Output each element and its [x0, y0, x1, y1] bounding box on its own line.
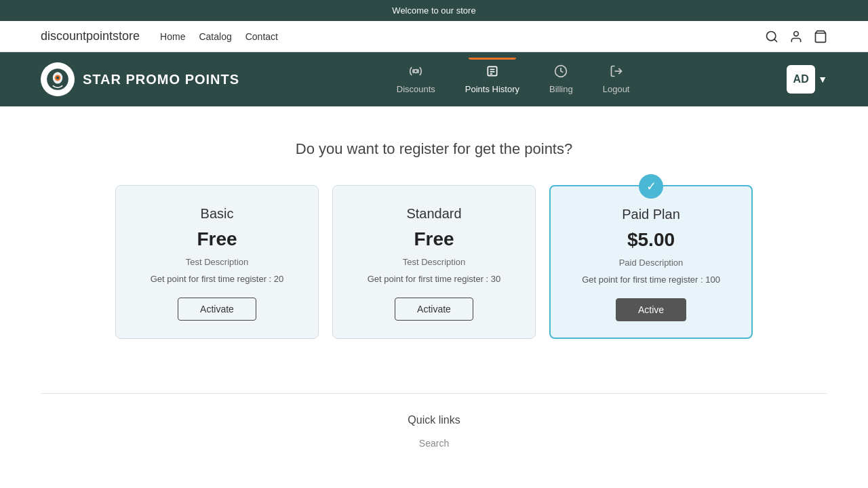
svg-point-8: [414, 70, 418, 73]
discounts-icon: [409, 64, 422, 81]
standard-plan-price: Free: [414, 228, 454, 250]
points-history-label: Points History: [465, 84, 519, 94]
section-title: Do you want to register for get the poin…: [41, 140, 827, 158]
nav-points-history[interactable]: Points History: [453, 59, 532, 100]
store-nav-icons: [765, 30, 827, 43]
standard-plan-desc: Test Description: [403, 257, 465, 267]
standard-plan-points: Get point for first time register : 30: [368, 274, 501, 284]
paid-plan-points: Get point for first time register : 100: [582, 274, 720, 285]
nav-billing[interactable]: Billing: [537, 59, 585, 100]
plan-card-paid: ✓ Paid Plan $5.00 Paid Description Get p…: [549, 185, 753, 339]
basic-plan-price: Free: [197, 228, 237, 250]
quick-links-title: Quick links: [41, 414, 827, 426]
store-logo[interactable]: discountpointstore: [41, 29, 140, 43]
avatar-dropdown-chevron[interactable]: ▼: [818, 74, 827, 85]
app-brand-name: STAR PROMO POINTS: [83, 72, 239, 87]
paid-active-button[interactable]: Active: [616, 298, 686, 321]
app-nav-right: AD ▼: [787, 65, 827, 94]
store-nav: discountpointstore Home Catalog Contact: [0, 21, 868, 52]
account-icon[interactable]: [789, 30, 803, 43]
basic-plan-name: Basic: [201, 206, 234, 222]
app-brand: STAR PROMO POINTS: [41, 62, 239, 96]
points-history-icon: [486, 64, 499, 81]
store-nav-links: Home Catalog Contact: [160, 31, 278, 42]
basic-plan-points: Get point for first time register : 20: [151, 274, 284, 284]
app-nav-items: Discounts Points History Billing: [384, 59, 642, 100]
main-content: Do you want to register for get the poin…: [0, 106, 868, 393]
nav-logout[interactable]: Logout: [591, 59, 642, 100]
basic-activate-button[interactable]: Activate: [178, 298, 256, 321]
svg-point-2: [794, 31, 799, 36]
discounts-label: Discounts: [397, 84, 435, 94]
footer: Quick links Search: [0, 394, 868, 476]
billing-icon: [554, 64, 568, 81]
store-nav-left: discountpointstore Home Catalog Contact: [41, 29, 278, 43]
announcement-text: Welcome to our store: [392, 5, 475, 16]
standard-plan-name: Standard: [406, 206, 461, 222]
app-logo: [41, 62, 75, 96]
plan-card-basic: Basic Free Test Description Get point fo…: [115, 185, 319, 339]
app-nav: STAR PROMO POINTS Discounts Points Histo…: [0, 52, 868, 106]
paid-plan-price: $5.00: [627, 229, 675, 251]
plan-card-standard: Standard Free Test Description Get point…: [332, 185, 536, 339]
store-nav-contact[interactable]: Contact: [245, 31, 278, 42]
cart-icon[interactable]: [814, 30, 827, 43]
paid-plan-name: Paid Plan: [622, 207, 680, 222]
svg-line-1: [774, 39, 777, 41]
logout-icon: [610, 64, 623, 81]
svg-point-7: [56, 77, 59, 79]
nav-discounts[interactable]: Discounts: [384, 59, 448, 100]
search-icon[interactable]: [765, 30, 778, 43]
store-nav-home[interactable]: Home: [160, 31, 185, 42]
avatar-button[interactable]: AD: [787, 65, 815, 94]
standard-activate-button[interactable]: Activate: [395, 298, 473, 321]
basic-plan-desc: Test Description: [186, 257, 248, 267]
footer-search-link[interactable]: Search: [419, 438, 449, 449]
logout-label: Logout: [603, 84, 630, 94]
announcement-bar: Welcome to our store: [0, 0, 868, 21]
plans-grid: Basic Free Test Description Get point fo…: [41, 185, 827, 339]
selected-check-icon: ✓: [639, 174, 663, 199]
store-nav-catalog[interactable]: Catalog: [199, 31, 231, 42]
billing-label: Billing: [549, 84, 573, 94]
paid-plan-desc: Paid Description: [619, 258, 684, 268]
